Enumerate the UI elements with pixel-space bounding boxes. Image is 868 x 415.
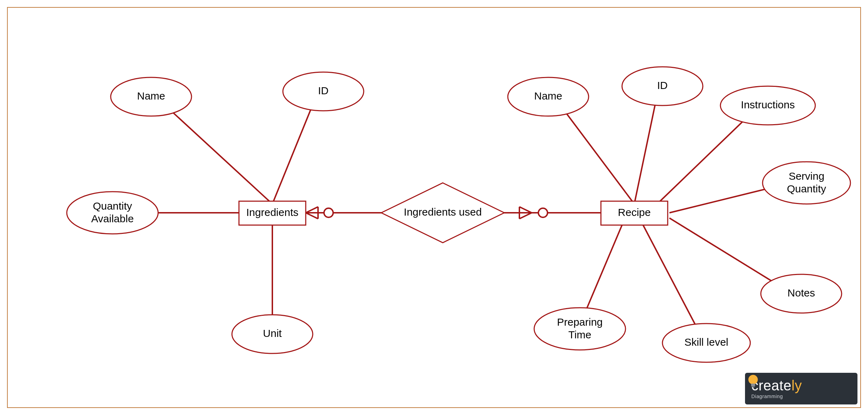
svg-point-10 [538, 208, 548, 217]
attr-recipe-id-label: ID [657, 79, 668, 91]
entity-ingredients-label: Ingredients [246, 206, 298, 218]
attr-recipe-preparing-time: Preparing Time [534, 308, 626, 350]
attr-ingredients-unit-label: Unit [263, 327, 282, 339]
line-ing-id [272, 100, 315, 204]
logo-brand-b: ly [791, 378, 802, 393]
svg-point-4 [324, 208, 333, 217]
attr-recipe-instructions-label: Instructions [741, 99, 795, 110]
creately-logo: creately Diagramming [745, 373, 857, 404]
svg-line-8 [519, 207, 532, 213]
line-rec-instructions [657, 113, 752, 204]
attr-recipe-prep-label2: Time [568, 329, 591, 340]
link-ingredientsused-recipe [497, 207, 601, 219]
attr-ingredients-quantity-available: Quantity Available [67, 192, 158, 234]
attr-ingredients-unit: Unit [232, 315, 313, 353]
attr-recipe-notes-label: Notes [788, 287, 815, 299]
link-ingredients-ingredientsused [306, 207, 388, 219]
svg-rect-26 [751, 384, 755, 387]
er-diagram: Name ID Quantity Available Unit Name ID … [0, 0, 868, 415]
attr-recipe-name: Name [508, 77, 589, 116]
attr-recipe-instructions: Instructions [720, 86, 815, 125]
attr-ingredients-qty-label1: Quantity [93, 200, 132, 212]
svg-line-9 [519, 213, 532, 219]
entity-ingredients: Ingredients [239, 201, 306, 225]
lightbulb-icon [745, 373, 761, 389]
svg-line-2 [306, 213, 318, 219]
line-rec-preptime [583, 225, 622, 317]
attr-recipe-servq-label2: Quantity [787, 183, 826, 194]
relationship-ingredients-used-label: Ingredients used [404, 206, 482, 218]
attr-recipe-notes: Notes [761, 274, 842, 313]
logo-sub: Diagramming [751, 394, 802, 399]
line-rec-id [634, 95, 657, 204]
entity-recipe-label: Recipe [618, 206, 650, 218]
line-rec-skill [643, 225, 699, 332]
entity-recipe: Recipe [601, 201, 668, 225]
svg-line-1 [306, 207, 318, 213]
line-ing-name [163, 104, 272, 204]
attr-recipe-id: ID [622, 67, 703, 106]
attr-recipe-skill-level: Skill level [662, 324, 750, 362]
attr-ingredients-id: ID [283, 72, 364, 111]
attr-recipe-prep-label1: Preparing [557, 316, 603, 328]
attr-recipe-name-label: Name [534, 90, 562, 102]
line-rec-name [561, 106, 634, 204]
attr-recipe-servq-label1: Serving [789, 170, 824, 182]
relationship-ingredients-used: Ingredients used [381, 183, 504, 243]
attr-ingredients-name-label: Name [137, 90, 165, 102]
attr-ingredients-qty-label2: Available [91, 213, 134, 224]
attr-ingredients-id-label: ID [318, 85, 329, 96]
attr-ingredients-name: Name [111, 77, 192, 116]
svg-point-25 [749, 375, 758, 384]
attr-recipe-skill-label: Skill level [684, 336, 728, 348]
attr-recipe-serving-quantity: Serving Quantity [763, 162, 850, 204]
svg-rect-27 [751, 386, 755, 387]
line-rec-notes [669, 218, 784, 288]
